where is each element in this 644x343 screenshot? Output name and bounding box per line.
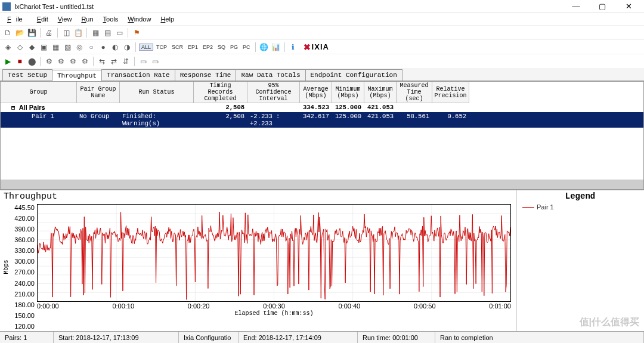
tool-f-icon[interactable]: ▧ [62, 42, 73, 52]
minimize-button[interactable]: — [563, 1, 589, 13]
toolbar-2: ◈ ◇ ◆ ▣ ▦ ▧ ◎ ○ ● ◐ ◑ ALL TCP SCR EP1 EP… [0, 39, 644, 54]
tool-c-icon[interactable]: ◆ [26, 42, 37, 52]
parent-min: 125.000 [332, 103, 364, 112]
report-icon[interactable]: ▦ [90, 27, 101, 38]
open-icon[interactable]: 📂 [14, 27, 25, 38]
globe-icon[interactable]: 🌐 [259, 42, 270, 52]
gear-d-icon[interactable]: ⚙ [79, 56, 90, 67]
tool-b-icon[interactable]: ◇ [14, 42, 25, 52]
filter-pc[interactable]: PC [241, 44, 252, 50]
gear-a-icon[interactable]: ⚙ [44, 56, 54, 67]
tab-raw-data-totals[interactable]: Raw Data Totals [236, 69, 305, 81]
parent-row[interactable]: ⊟ All Pairs 2,508 334.523 125.000 421.05… [1, 103, 643, 112]
col-rel-precision[interactable]: Relative Precision [432, 82, 469, 103]
tool-i-icon[interactable]: ● [98, 42, 109, 52]
menu-tools[interactable]: Tools [98, 14, 123, 24]
menu-edit[interactable]: Edit [32, 14, 53, 24]
info-icon[interactable]: ℹ [288, 42, 299, 52]
col-pair-group-name[interactable]: Pair Group Name [77, 82, 120, 103]
status-end: End: 2018-12-17, 17:14:09 [239, 332, 358, 343]
legend-line-icon [522, 207, 534, 208]
col-run-status[interactable]: Run Status [120, 82, 194, 103]
menu-bar: File Edit View Run Tools Window Help [0, 13, 644, 25]
print-icon[interactable]: 🖨 [44, 27, 54, 38]
legend-item[interactable]: Pair 1 [516, 202, 644, 212]
menu-run[interactable]: Run [76, 14, 98, 24]
flag-icon[interactable]: ⚑ [131, 27, 142, 38]
run-icon[interactable]: ▶ [2, 56, 13, 67]
status-runtime: Run time: 00:01:00 [358, 332, 435, 343]
save-icon[interactable]: 💾 [26, 27, 37, 38]
filter-ep2[interactable]: EP2 [201, 44, 215, 50]
net-a-icon[interactable]: ⇆ [97, 56, 107, 67]
export-icon[interactable]: ◫ [61, 27, 72, 38]
chart-area: Throughput Mbps 445.50420.00390.00360.00… [0, 190, 644, 331]
status-start: Start: 2018-12-17, 17:13:09 [54, 332, 179, 343]
filter-tcp[interactable]: TCP [154, 44, 169, 50]
tab-response-time[interactable]: Response Time [175, 69, 237, 81]
close-button[interactable]: ✕ [615, 1, 642, 13]
menu-view[interactable]: View [53, 14, 77, 24]
chart-icon[interactable]: 📊 [271, 42, 281, 52]
col-group[interactable]: Group [1, 82, 77, 103]
y-axis: 445.50420.00390.00360.00330.00300.00270.… [11, 204, 37, 330]
gear-c-icon[interactable]: ⚙ [67, 56, 78, 67]
tab-transaction-rate[interactable]: Transaction Rate [101, 69, 175, 81]
record-icon[interactable]: ⬤ [26, 56, 37, 67]
col-maximum[interactable]: Maximum (Mbps) [364, 82, 397, 103]
col-average[interactable]: Average (Mbps) [300, 82, 332, 103]
menu-file[interactable]: File [2, 14, 32, 24]
tool-g-icon[interactable]: ◎ [74, 42, 85, 52]
tab-throughput[interactable]: Throughput [52, 70, 102, 81]
maximize-button[interactable]: ▢ [589, 1, 615, 13]
col-timing-records[interactable]: Timing Records Completed [194, 82, 247, 103]
chart-title: Throughput [0, 190, 516, 203]
x-axis: 0:00:000:00:100:00:200:00:300:00:400:00:… [37, 302, 511, 310]
parent-timing: 2,508 [194, 103, 247, 112]
menu-window[interactable]: Window [123, 14, 156, 24]
x-label: Elapsed time (h:mm:ss) [37, 310, 511, 317]
results-grid: Group Pair Group Name Run Status Timing … [0, 81, 644, 190]
net-b-icon[interactable]: ⇄ [109, 56, 119, 67]
sheet-icon[interactable]: ▤ [102, 27, 113, 38]
tool-h-icon[interactable]: ○ [86, 42, 97, 52]
status-pairs: Pairs: 1 [0, 332, 54, 343]
h-scrollbar[interactable] [1, 180, 643, 189]
page-b-icon[interactable]: ▭ [150, 56, 160, 67]
filter-ep1[interactable]: EP1 [186, 44, 200, 50]
status-ran: Ran to completion [435, 332, 644, 343]
gear-b-icon[interactable]: ⚙ [55, 56, 66, 67]
app-icon [2, 2, 11, 11]
parent-avg: 334.523 [300, 103, 332, 112]
parent-max: 421.053 [364, 103, 397, 112]
toolbar-3: ▶ ■ ⬤ ⚙ ⚙ ⚙ ⚙ ⇆ ⇄ ⇵ ▭ ▭ [0, 54, 644, 68]
tab-test-setup[interactable]: Test Setup [2, 69, 52, 81]
toolbar-1: 🗋 📂 💾 🖨 ◫ 📋 ▦ ▤ ▭ ⚑ [0, 25, 644, 39]
tool-k-icon[interactable]: ◑ [122, 42, 132, 52]
legend-title: Legend [516, 190, 644, 202]
col-confidence[interactable]: 95% Confidence Interval [247, 82, 300, 103]
stop-icon[interactable]: ■ [14, 56, 25, 67]
menu-help[interactable]: Help [156, 14, 179, 24]
tool-j-icon[interactable]: ◐ [110, 42, 120, 52]
filter-all[interactable]: ALL [139, 44, 153, 51]
col-minimum[interactable]: Minimum (Mbps) [332, 82, 364, 103]
tool-d-icon[interactable]: ▣ [38, 42, 49, 52]
copy-icon[interactable]: 📋 [73, 27, 83, 38]
table-row[interactable]: Pair 1 No Group Finished: Warning(s) 2,5… [1, 112, 643, 128]
col-measured-time[interactable]: Measured Time (sec) [397, 82, 432, 103]
net-c-icon[interactable]: ⇵ [120, 56, 131, 67]
filter-pg[interactable]: PG [228, 44, 240, 50]
page-icon[interactable]: ▭ [114, 27, 125, 38]
page-a-icon[interactable]: ▭ [138, 56, 148, 67]
tool-e-icon[interactable]: ▦ [50, 42, 61, 52]
parent-label: All Pairs [19, 104, 45, 111]
filter-scr[interactable]: SCR [170, 44, 185, 50]
tab-strip: Test Setup Throughput Transaction Rate R… [0, 68, 644, 81]
throughput-plot [37, 204, 511, 302]
new-icon[interactable]: 🗋 [2, 27, 13, 38]
tool-a-icon[interactable]: ◈ [2, 42, 13, 52]
tab-endpoint-config[interactable]: Endpoint Configuration [305, 69, 402, 81]
brand-logo: ✖IXIA [304, 42, 329, 52]
filter-sq[interactable]: SQ [216, 44, 227, 50]
